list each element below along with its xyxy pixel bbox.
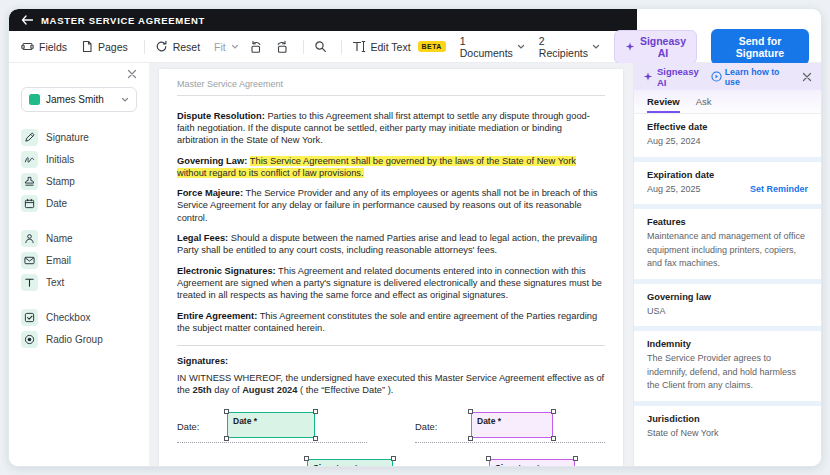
edit-text-button[interactable]: Edit Text BETA xyxy=(352,40,446,53)
sidebar-item-text[interactable]: Text xyxy=(21,271,137,293)
signatures-heading: Signatures: xyxy=(177,356,605,366)
signeasy-ai-panel: Signeasy AI Learn how to use Review Ask … xyxy=(633,63,821,466)
ai-panel-header: Signeasy AI Learn how to use xyxy=(634,63,821,90)
radio-icon xyxy=(21,331,38,348)
resize-handle[interactable] xyxy=(468,436,473,441)
document-title: MASTER SERVICE AGREEMENT xyxy=(41,15,205,26)
stamp-icon xyxy=(21,173,38,190)
checkbox-icon xyxy=(21,309,38,326)
date-field-client[interactable]: Date * xyxy=(471,412,553,438)
sidebar-close-icon[interactable] xyxy=(127,69,137,83)
paragraph-legal-fees: Legal Fees: Should a dispute between the… xyxy=(177,232,605,256)
document-viewer: Master Service Agreement Dispute Resolut… xyxy=(149,63,633,466)
resize-handle[interactable] xyxy=(573,456,578,461)
toolbar: Fields Pages Reset Fit xyxy=(9,31,821,63)
documents-dropdown[interactable]: 1 Documents xyxy=(460,35,525,59)
reset-button[interactable]: Reset xyxy=(155,40,200,53)
sidebar-item-initials[interactable]: Initials xyxy=(21,148,137,170)
chevron-down-icon xyxy=(592,44,600,50)
resize-handle[interactable] xyxy=(391,456,396,461)
paragraph-dispute-resolution: Dispute Resolution: Parties to this Agre… xyxy=(177,110,605,146)
signeasy-ai-button[interactable]: Signeasy AI xyxy=(614,30,697,64)
beta-badge: BETA xyxy=(418,41,446,52)
signature-field-client[interactable]: Signature * xyxy=(489,459,575,466)
document-body: Dispute Resolution: Parties to this Agre… xyxy=(177,110,605,466)
signer-name: James Smith xyxy=(46,94,115,105)
learn-how-to-use-link[interactable]: Learn how to use xyxy=(711,67,791,87)
search-icon xyxy=(314,40,327,53)
resize-handle[interactable] xyxy=(313,436,318,441)
sidebar-item-checkbox[interactable]: Checkbox xyxy=(21,306,137,328)
calendar-icon xyxy=(21,195,38,212)
rotate-left-button[interactable] xyxy=(249,40,263,54)
provider-date-row: Date: Date * xyxy=(177,413,367,443)
resize-handle[interactable] xyxy=(224,409,229,414)
ai-panel-body: Effective date Aug 25, 2024 Expiration d… xyxy=(634,114,821,466)
set-reminder-link[interactable]: Set Reminder xyxy=(750,184,808,194)
ai-card-governing-law: Governing law USA xyxy=(634,284,821,327)
chevron-down-icon xyxy=(121,97,129,103)
resize-handle[interactable] xyxy=(486,456,491,461)
pages-icon xyxy=(81,40,93,53)
resize-handle[interactable] xyxy=(304,456,309,461)
provider-signature-row: Service Provider's Signature Signature * xyxy=(177,460,367,466)
person-icon xyxy=(21,230,38,247)
sidebar-item-radio-group[interactable]: Radio Group xyxy=(21,328,137,350)
page-header: Master Service Agreement xyxy=(177,79,605,96)
date-field-provider[interactable]: Date * xyxy=(227,412,315,438)
paragraph-entire-agreement: Entire Agreement: This Agreement constit… xyxy=(177,310,605,334)
fields-sidebar: James Smith Signature xyxy=(9,63,149,466)
sidebar-item-email[interactable]: Email xyxy=(21,249,137,271)
recipients-dropdown[interactable]: 2 Recipients xyxy=(539,35,600,59)
tab-ask[interactable]: Ask xyxy=(696,96,712,113)
toolbar-divider xyxy=(341,40,342,54)
client-date-row: Date: Date * xyxy=(415,413,605,443)
search-button[interactable] xyxy=(314,40,327,53)
send-for-signature-button[interactable]: Send for Signature xyxy=(711,29,809,65)
resize-handle[interactable] xyxy=(313,409,318,414)
resize-handle[interactable] xyxy=(551,409,556,414)
toolbar-divider xyxy=(303,40,304,54)
paragraph-force-majeure: Force Majeure: The Service Provider and … xyxy=(177,187,605,223)
signer-color-swatch xyxy=(29,94,40,105)
page-divider xyxy=(177,345,605,346)
fields-icon xyxy=(21,40,34,53)
witness-paragraph: IN WITNESS WHEREOF, the undersigned have… xyxy=(177,372,605,397)
sidebar-item-stamp[interactable]: Stamp xyxy=(21,170,137,192)
tab-review[interactable]: Review xyxy=(647,96,680,113)
back-icon[interactable] xyxy=(21,15,33,25)
sparkle-icon xyxy=(625,42,635,52)
fields-button[interactable]: Fields xyxy=(21,40,67,53)
client-signature-row: Client's Signature Signature * xyxy=(415,460,605,466)
sparkle-icon xyxy=(643,72,653,82)
fit-dropdown[interactable]: Fit xyxy=(214,41,239,53)
field-type-list: Signature Initials Stamp xyxy=(21,126,137,350)
reset-icon xyxy=(155,40,168,53)
sidebar-item-name[interactable]: Name xyxy=(21,227,137,249)
rotate-left-icon xyxy=(249,40,263,54)
paragraph-electronic-signatures: Electronic Signatures: This Agreement an… xyxy=(177,265,605,301)
toolbar-right-group: 1 Documents 2 Recipients Signeasy AI Sen… xyxy=(460,29,809,65)
rotate-right-button[interactable] xyxy=(275,40,289,54)
resize-handle[interactable] xyxy=(551,436,556,441)
ai-card-expiration-date: Expiration date Aug 25, 2025 Set Reminde… xyxy=(634,162,821,205)
ai-panel-close-icon[interactable] xyxy=(802,72,812,82)
signer-dropdown[interactable]: James Smith xyxy=(21,87,137,112)
sidebar-item-signature[interactable]: Signature xyxy=(21,126,137,148)
signature-field-provider[interactable]: Signature * xyxy=(307,459,393,466)
ai-card-jurisdiction: Jurisdiction State of New York xyxy=(634,406,821,467)
ai-card-effective-date: Effective date Aug 25, 2024 xyxy=(634,114,821,157)
paragraph-governing-law: Governing Law: This Service Agreement sh… xyxy=(177,155,605,179)
resize-handle[interactable] xyxy=(468,409,473,414)
ai-panel-tabs: Review Ask xyxy=(634,90,821,114)
envelope-icon xyxy=(21,252,38,269)
toolbar-divider xyxy=(144,40,145,54)
ai-card-features: Features Maintenance and management of o… xyxy=(634,209,821,279)
sidebar-item-date[interactable]: Date xyxy=(21,192,137,214)
resize-handle[interactable] xyxy=(224,436,229,441)
pages-button[interactable]: Pages xyxy=(81,40,128,53)
app-window: MASTER SERVICE AGREEMENT Fields Pages Re… xyxy=(8,8,822,467)
rotate-right-icon xyxy=(275,40,289,54)
initials-icon xyxy=(21,151,38,168)
ai-panel-title: Signeasy AI xyxy=(657,66,707,88)
